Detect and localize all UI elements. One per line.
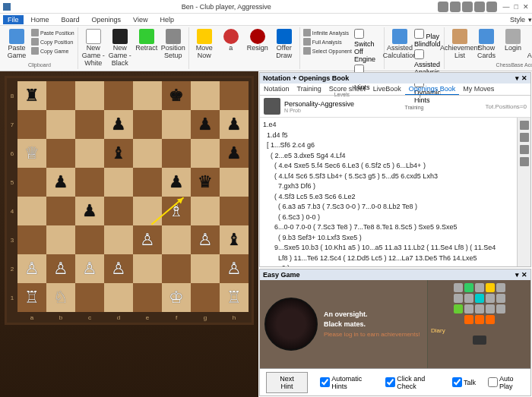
square-c2[interactable]: ♙ [75, 254, 104, 283]
square-b6[interactable] [46, 139, 75, 168]
square-h1[interactable]: ♖ [220, 283, 249, 312]
copy-position[interactable]: Copy Position [31, 38, 74, 46]
tab-openings-book[interactable]: Openings Book [405, 83, 460, 95]
square-c4[interactable]: ♟ [75, 197, 104, 225]
new-game-white[interactable]: New Game - White [81, 29, 106, 68]
infinite-analysis[interactable]: Infinite Analysis [303, 29, 352, 36]
move-now[interactable]: Move Now [192, 29, 217, 60]
retract-button[interactable]: Retract [135, 29, 159, 52]
square-h7[interactable]: ♟ [220, 110, 249, 139]
square-a1[interactable]: ♖ [17, 283, 46, 312]
select-opponent[interactable]: Select Opponent [303, 47, 352, 55]
talk-check[interactable]: Talk [452, 377, 476, 387]
square-e8[interactable] [133, 81, 162, 110]
square-a2[interactable]: ♙ [17, 254, 46, 283]
tab-my-moves[interactable]: My Moves [459, 83, 498, 95]
square-e2[interactable] [133, 254, 162, 283]
hint-button[interactable]: a [219, 29, 243, 52]
tool-icon[interactable] [520, 121, 529, 130]
square-d1[interactable] [104, 283, 133, 312]
resign-button[interactable]: Resign [245, 29, 270, 52]
square-a7[interactable] [17, 110, 46, 139]
square-b7[interactable] [46, 110, 75, 139]
position-setup[interactable]: Position Setup [161, 29, 185, 60]
copy-game[interactable]: Copy Game [31, 47, 74, 55]
square-h4[interactable] [220, 197, 249, 225]
paste-position[interactable]: Paste Position [31, 29, 74, 36]
square-e5[interactable] [133, 168, 162, 197]
square-b3[interactable] [46, 225, 75, 254]
square-h6[interactable]: ♟ [220, 139, 249, 168]
menu-board[interactable]: Board [57, 15, 84, 24]
tab-notation[interactable]: Notation [260, 83, 293, 95]
square-h2[interactable]: ♙ [220, 254, 249, 283]
square-g1[interactable] [191, 283, 220, 312]
square-e7[interactable] [133, 110, 162, 139]
show-cards[interactable]: Show Cards [474, 29, 499, 60]
square-d2[interactable]: ♙ [104, 254, 133, 283]
assisted-calculation[interactable]: Assisted Calculation [388, 29, 412, 60]
square-f1[interactable]: ♔ [162, 283, 191, 312]
square-c7[interactable] [75, 110, 104, 139]
square-g6[interactable] [191, 139, 220, 168]
square-d3[interactable] [104, 225, 133, 254]
square-c6[interactable] [75, 139, 104, 168]
square-a4[interactable] [17, 197, 46, 225]
square-f8[interactable]: ♚ [162, 81, 191, 110]
close-button[interactable]: ✕ [523, 3, 529, 11]
square-a6[interactable]: ♕ [17, 139, 46, 168]
menu-openings[interactable]: Openings [87, 15, 126, 24]
login-button[interactable]: Login [501, 29, 525, 52]
square-h8[interactable] [220, 81, 249, 110]
square-b2[interactable]: ♙ [46, 254, 75, 283]
square-h5[interactable] [220, 168, 249, 197]
play-blindfold[interactable]: Play Blindfold [414, 29, 441, 48]
menu-home[interactable]: Home [27, 15, 54, 24]
openings-tree[interactable]: 1.e4 1.d4 f5 [ 1...Sf6 2.c4 g6 ( 2...e5 … [260, 118, 517, 266]
click-and-check[interactable]: Click and Check [385, 375, 440, 390]
square-g7[interactable]: ♟ [191, 110, 220, 139]
square-f3[interactable] [162, 225, 191, 254]
menu-file[interactable]: File [3, 15, 24, 24]
full-analysis[interactable]: Full Analysis [303, 38, 352, 46]
chess-board[interactable]: 8♜♚7♟♟♟6♕♝♟5♟♟♛4♟♗3♙♙♝2♙♙♙♙♙1♖♘♔♖abcdefg… [5, 76, 254, 325]
square-g5[interactable]: ♛ [191, 168, 220, 197]
square-b5[interactable]: ♟ [46, 168, 75, 197]
paste-game-button[interactable]: Paste Game [5, 29, 29, 60]
menu-view[interactable]: View [128, 15, 152, 24]
style-chevron-icon[interactable]: ▾ [528, 16, 532, 24]
square-f6[interactable] [162, 139, 191, 168]
tool-icon[interactable] [520, 145, 529, 154]
square-c3[interactable] [75, 225, 104, 254]
square-g8[interactable] [191, 81, 220, 110]
square-f4[interactable]: ♗ [162, 197, 191, 225]
square-e4[interactable] [133, 197, 162, 225]
square-c1[interactable] [75, 283, 104, 312]
style-dropdown[interactable]: Style [510, 16, 525, 24]
auto-play-check[interactable]: Auto Play [488, 375, 524, 390]
square-f5[interactable]: ♟ [162, 168, 191, 197]
minimize-button[interactable]: — [503, 3, 510, 11]
square-e1[interactable] [133, 283, 162, 312]
square-a8[interactable]: ♜ [17, 81, 46, 110]
tool-icon[interactable] [520, 133, 529, 142]
square-c5[interactable] [75, 168, 104, 197]
square-a5[interactable] [17, 168, 46, 197]
square-h3[interactable]: ♝ [220, 225, 249, 254]
hint-login-msg[interactable]: Please log in to earn achievements! [324, 331, 420, 338]
panel-close-icon[interactable]: ▾ ✕ [515, 74, 527, 82]
tab-training[interactable]: Training [293, 83, 325, 95]
tool-icon[interactable] [520, 157, 529, 166]
automatic-hints-check[interactable]: Automatic Hints [320, 375, 373, 390]
tab-scoresheet[interactable]: Score sheet [325, 83, 369, 95]
square-d5[interactable] [104, 168, 133, 197]
switch-off-engine[interactable]: Switch Off Engine [354, 29, 381, 63]
square-d7[interactable]: ♟ [104, 110, 133, 139]
new-game-black[interactable]: New Game - Black [108, 29, 132, 68]
tab-livebook[interactable]: LiveBook [369, 83, 405, 95]
square-d8[interactable] [104, 81, 133, 110]
square-e6[interactable] [133, 139, 162, 168]
square-e3[interactable]: ♙ [133, 225, 162, 254]
square-a3[interactable] [17, 225, 46, 254]
square-d4[interactable] [104, 197, 133, 225]
